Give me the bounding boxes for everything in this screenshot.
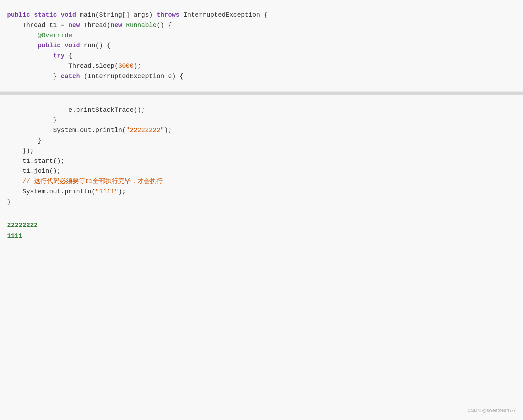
code-block-bottom: e.printStackTrace(); } System.out.printl… — [0, 95, 523, 214]
watermark: CSDN @sweetheart7-7 — [468, 408, 516, 413]
divider — [0, 92, 523, 95]
output-line1: 22222222 — [7, 220, 516, 231]
output-section: 22222222 1111 — [0, 214, 523, 244]
output-line2: 1111 — [7, 231, 516, 242]
code-container: public static void main(String[] args) t… — [0, 0, 523, 420]
code-bottom: e.printStackTrace(); } System.out.printl… — [7, 105, 516, 207]
code-block-top: public static void main(String[] args) t… — [0, 0, 523, 92]
code-top: public static void main(String[] args) t… — [7, 10, 516, 82]
